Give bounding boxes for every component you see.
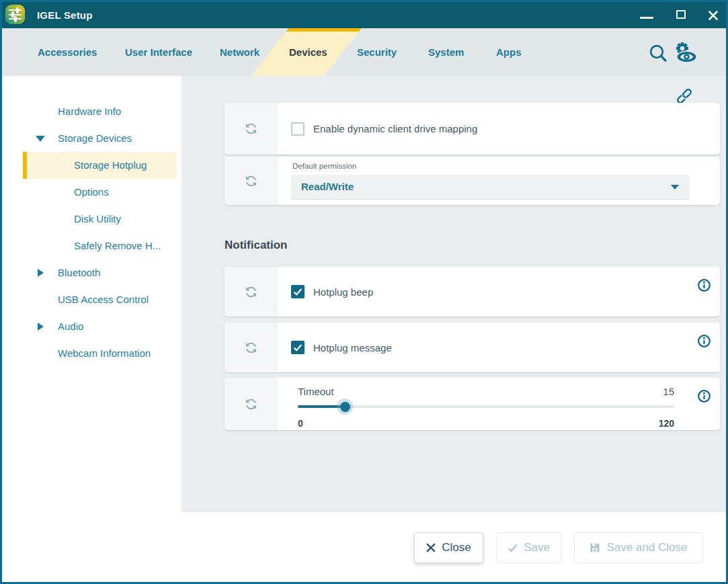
tab-user-interface[interactable]: User Interface [125,28,192,76]
igel-setup-window: IGEL Setup Accessories User Interface Ne… [0,0,728,584]
hotplug-beep-checkbox[interactable] [291,285,305,298]
sidebar-item-safely-remove[interactable]: Safely Remove H... [2,233,181,259]
tab-apps[interactable]: Apps [496,28,522,76]
default-permission-label: Default permission [292,162,356,170]
close-x-icon [426,543,436,552]
hotplug-beep-label: Hotplug beep [313,286,373,298]
sidebar-item-audio[interactable]: Audio [2,313,181,340]
info-button[interactable] [697,334,711,348]
maximize-button[interactable] [671,2,691,28]
close-button[interactable]: Close [414,532,483,563]
tab-system[interactable]: System [428,28,464,76]
tab-devices[interactable]: Devices [289,28,327,76]
maximize-icon [676,10,686,19]
info-icon [697,389,711,403]
minimize-icon [640,17,653,19]
reset-param-button[interactable] [225,103,278,155]
reset-param-button[interactable] [225,157,278,205]
save-and-close-button[interactable]: Save and Close [574,532,703,563]
save-check-icon [508,544,518,552]
gear-eye-icon [670,40,701,64]
section-heading: Notification [225,237,288,253]
reset-icon [243,284,259,300]
sidebar-item-storage-hotplug[interactable]: Storage Hotplug [2,152,181,179]
sidebar-item-bluetooth[interactable]: Bluetooth [2,259,181,286]
sidebar-item-options[interactable]: Options [2,179,181,206]
reset-icon [243,397,259,412]
setting-card-dynamic-mapping: Enable dynamic client drive mapping [225,103,720,155]
checkmark-icon [292,342,303,353]
tab-accessories[interactable]: Accessories [38,28,97,76]
setting-card-timeout: Timeout 15 0 120 [225,378,720,430]
info-button[interactable] [697,389,711,403]
setting-card-hotplug-beep: Hotplug beep [225,267,720,317]
timeout-min: 0 [298,416,303,431]
checkmark-icon [292,286,303,297]
default-permission-value: Read/Write [301,175,354,199]
default-permission-select[interactable]: Read/Write [291,175,690,200]
sidebar-nav: Hardware Info Storage Devices Storage Ho… [2,76,181,582]
window-title: IGEL Setup [37,2,93,28]
settings-panel: Enable dynamic client drive mapping Defa… [181,76,726,512]
tabbar: Accessories User Interface Network Devic… [2,28,726,76]
sidebar-item-storage-devices[interactable]: Storage Devices [2,125,181,152]
reset-param-button[interactable] [225,378,278,430]
titlebar: IGEL Setup [2,2,726,28]
igel-logo-icon [5,5,25,24]
apply-view-button[interactable] [670,40,701,67]
sidebar-item-webcam-information[interactable]: Webcam Information [2,340,181,367]
reset-icon [243,121,259,136]
footer-bar: Close Save Save and Close [2,512,726,582]
sidebar-item-disk-utility[interactable]: Disk Utility [2,206,181,233]
expand-arrow-icon[interactable] [38,269,44,277]
info-button[interactable] [697,278,711,292]
reset-icon [243,173,259,189]
reset-param-button[interactable] [225,323,278,372]
hotplug-message-checkbox-row[interactable]: Hotplug message [291,323,392,372]
timeout-slider-handle[interactable] [337,399,353,415]
info-icon [697,334,711,348]
close-icon [708,10,719,21]
dynamic-mapping-label: Enable dynamic client drive mapping [313,123,477,134]
dynamic-mapping-checkbox-row[interactable]: Enable dynamic client drive mapping [291,103,477,155]
dynamic-mapping-checkbox[interactable] [291,122,305,136]
reset-param-button[interactable] [225,267,278,317]
setting-card-hotplug-message: Hotplug message [225,323,720,372]
timeout-slider-group: Timeout 15 0 120 [298,378,674,430]
search-icon [649,44,669,64]
dropdown-caret-icon [671,185,679,190]
timeout-label: Timeout [298,384,334,399]
expand-arrow-icon[interactable] [38,323,44,331]
setting-card-default-permission: Default permission Read/Write [225,157,720,205]
hotplug-message-checkbox[interactable] [291,341,305,354]
tab-security[interactable]: Security [357,28,397,76]
save-floppy-icon [590,542,600,553]
hotplug-beep-checkbox-row[interactable]: Hotplug beep [291,267,373,317]
info-icon [697,278,711,292]
minimize-button[interactable] [637,2,657,28]
close-window-button[interactable] [703,2,723,28]
tab-network[interactable]: Network [220,28,259,76]
hotplug-message-label: Hotplug message [313,342,392,353]
timeout-slider-track[interactable] [298,405,674,408]
search-button[interactable] [649,44,669,67]
reset-icon [243,340,259,356]
save-button[interactable]: Save [496,532,561,563]
timeout-value: 15 [663,384,674,399]
timeout-max: 120 [659,416,674,431]
sidebar-item-usb-access-control[interactable]: USB Access Control [2,286,181,313]
sidebar-item-hardware-info[interactable]: Hardware Info [2,98,181,125]
collapse-arrow-icon[interactable] [36,136,45,142]
